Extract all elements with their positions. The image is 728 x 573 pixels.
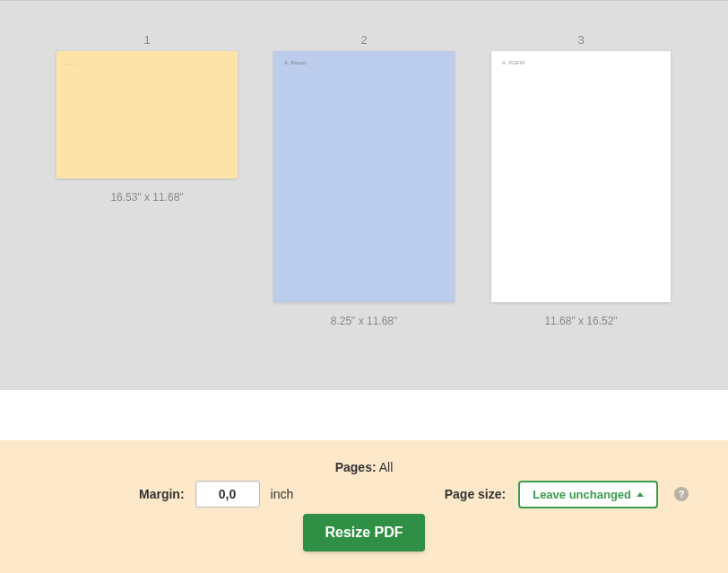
controls-panel: Pages: All Margin: inch Page size: Leave…	[0, 440, 728, 573]
page-thumbnail-2[interactable]: A. Result	[273, 51, 455, 302]
page-size-group: Page size: Leave unchanged ?	[445, 481, 689, 508]
resize-pdf-button[interactable]: Resize PDF	[303, 514, 424, 551]
page-number: 3	[577, 33, 584, 47]
thumb-text: ......	[67, 60, 76, 65]
margin-group: Margin: inch	[139, 481, 293, 508]
page-dimensions: 8.25" x 11.68"	[331, 315, 398, 327]
page-dimensions: 11.68" x 16.52"	[544, 315, 617, 327]
page-size-label: Page size:	[445, 487, 506, 501]
margin-input[interactable]	[195, 481, 260, 508]
page-col-1: 1 ...... 16.53" x 11.68"	[56, 51, 238, 390]
caret-up-icon	[637, 492, 644, 497]
page-size-value: Leave unchanged	[533, 488, 631, 501]
thumb-text: A. PGFW	[502, 60, 524, 65]
pages-value: All	[379, 460, 394, 474]
page-dimensions: 16.53" x 11.68"	[110, 191, 183, 204]
margin-unit: inch	[271, 487, 294, 501]
margin-label: Margin:	[139, 487, 185, 501]
thumb-text: A. Result	[284, 60, 306, 65]
preview-area: 1 ...... 16.53" x 11.68" 2 A. Result 8.2…	[0, 0, 728, 390]
page-number: 2	[360, 33, 367, 47]
gap-band	[0, 390, 728, 440]
pages-summary: Pages: All	[335, 460, 394, 474]
page-size-dropdown[interactable]: Leave unchanged	[518, 481, 658, 508]
help-icon[interactable]: ?	[674, 487, 689, 501]
page-col-3: 3 A. PGFW 11.68" x 16.52"	[490, 51, 672, 390]
page-col-2: 2 A. Result 8.25" x 11.68"	[273, 51, 455, 390]
page-number: 1	[143, 33, 150, 47]
page-thumbnail-3[interactable]: A. PGFW	[491, 51, 671, 302]
pages-label: Pages:	[335, 460, 377, 474]
page-thumbnail-1[interactable]: ......	[56, 51, 238, 178]
